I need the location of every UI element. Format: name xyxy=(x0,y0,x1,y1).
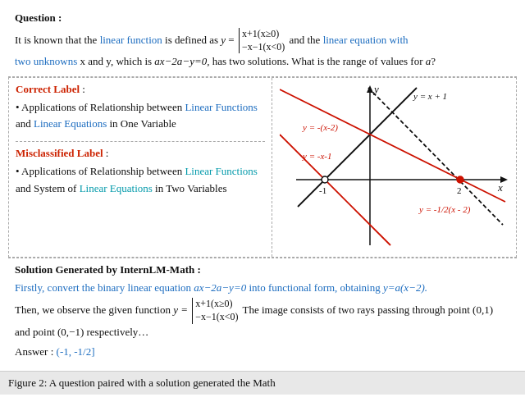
answer-value: (-1, -1/2] xyxy=(57,345,95,358)
graph-container: y x xyxy=(276,81,513,253)
correct-label-text: • Applications of Relationship between L… xyxy=(16,99,265,134)
main-container: Question : It is known that the linear f… xyxy=(0,0,525,371)
line-half-label: y = -1/2(x - 2) xyxy=(418,204,471,215)
line-neg-x-minus-1-label: y = -x-1 xyxy=(302,151,332,161)
label-section: Correct Label : • Applications of Relati… xyxy=(8,77,517,258)
solution-firstly: Firstly, convert the binary linear equat… xyxy=(15,281,191,294)
svg-line-4 xyxy=(298,88,417,207)
question-section: Question : It is known that the linear f… xyxy=(8,7,517,77)
two-unknowns-link: two unknowns xyxy=(15,55,77,67)
solution-body: Firstly, convert the binary linear equat… xyxy=(15,280,510,297)
point-2 xyxy=(457,176,463,183)
solution-eq2: y=a(x−2). xyxy=(383,281,427,294)
piecewise-bot: −x−1(x<0) xyxy=(242,41,285,54)
piecewise-top: x+1(x≥0) xyxy=(242,28,285,41)
misclass-linear-equations: Linear Equations xyxy=(80,182,153,194)
linear-eq-with-link: linear equation with xyxy=(323,34,409,46)
solution-eq1: ax−2a−y=0 xyxy=(194,281,246,294)
line-y-x-plus-1-label: y = x + 1 xyxy=(413,91,447,101)
svg-line-7 xyxy=(280,89,505,202)
correct-linear-equations: Linear Equations xyxy=(34,117,107,130)
question-text: It is known that the linear function is … xyxy=(15,28,510,70)
solution-then: Then, we observe the given function y = … xyxy=(15,298,510,340)
piecewise: x+1(x≥0) −x−1(x<0) xyxy=(237,28,286,53)
solution-text2: into functional form, obtaining xyxy=(249,281,380,294)
misclassified-label-block: Misclassified Label : • Applications of … xyxy=(16,147,265,198)
solution-title: Solution Generated by InternLM-Math : xyxy=(15,263,510,276)
line-neg-x-minus-2-label: y = -(x-2) xyxy=(302,122,338,133)
point-neg1 xyxy=(322,176,328,183)
graph-panel: y x xyxy=(272,78,516,257)
linear-function-link: linear function xyxy=(100,34,162,46)
y-eq: y = xyxy=(221,34,234,46)
graph-svg: y x xyxy=(280,81,509,253)
misclassified-label-text: • Applications of Relationship between L… xyxy=(16,163,265,198)
misclass-linear-functions: Linear Functions xyxy=(185,165,257,177)
tick-minus1: -1 xyxy=(319,185,326,195)
correct-label-title: Correct Label : xyxy=(16,83,265,96)
misclassified-label-title: Misclassified Label : xyxy=(16,147,265,160)
answer-line: Answer : (-1, -1/2] xyxy=(15,344,510,361)
figure-caption: Figure 2: A question paired with a solut… xyxy=(0,371,525,395)
correct-label-block: Correct Label : • Applications of Relati… xyxy=(16,83,265,134)
tick-2: 2 xyxy=(457,185,462,195)
solution-section: Solution Generated by InternLM-Math : Fi… xyxy=(8,258,517,367)
svg-line-6 xyxy=(280,135,390,245)
label-left: Correct Label : • Applications of Relati… xyxy=(9,78,272,257)
divider-mid xyxy=(16,141,265,142)
question-title: Question : xyxy=(15,11,510,25)
correct-linear-functions: Linear Functions xyxy=(185,101,257,113)
solution-piecewise: x+1(x≥0) −x−1(x<0) xyxy=(190,298,240,323)
x-axis-label: x xyxy=(497,181,503,194)
